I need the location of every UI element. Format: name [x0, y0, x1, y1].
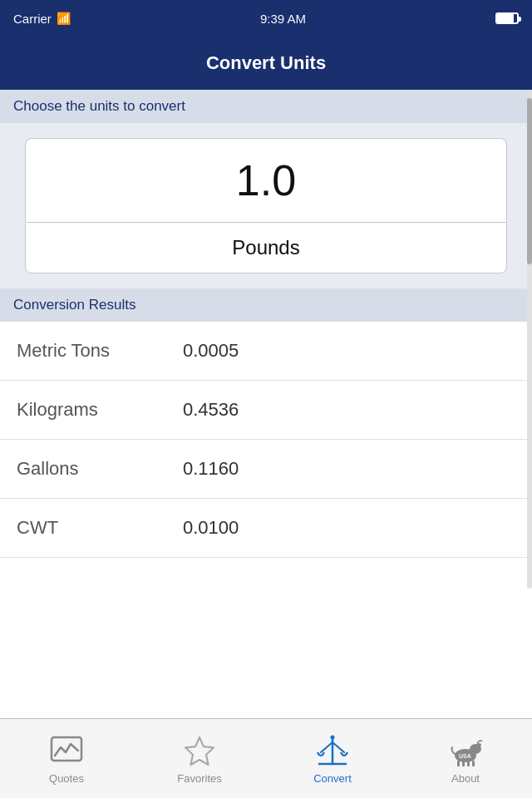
tab-about[interactable]: USA About: [399, 732, 532, 785]
value-display[interactable]: 1.0: [25, 138, 507, 222]
results-section-header: Conversion Results: [0, 288, 532, 322]
tab-convert[interactable]: Convert: [266, 732, 399, 785]
status-left: Carrier 📶: [13, 12, 71, 26]
result-row: CWT 0.0100: [0, 499, 532, 558]
scrollbar[interactable]: [527, 90, 532, 589]
favorites-icon: [181, 732, 218, 769]
results-section: Metric Tons 0.0005 Kilograms 0.4536 Gall…: [0, 322, 532, 558]
result-value-2: 0.1160: [183, 458, 239, 480]
svg-rect-12: [467, 761, 470, 766]
svg-marker-1: [185, 737, 214, 765]
battery-icon: [495, 12, 519, 24]
svg-rect-13: [472, 761, 475, 766]
result-row: Kilograms 0.4536: [0, 381, 532, 440]
svg-line-4: [321, 742, 332, 752]
result-row: Gallons 0.1160: [0, 440, 532, 499]
result-row: Metric Tons 0.0005: [0, 322, 532, 381]
svg-point-6: [331, 736, 335, 740]
result-value-1: 0.4536: [183, 399, 239, 421]
about-icon: USA: [447, 732, 484, 769]
result-label-3: CWT: [17, 517, 183, 539]
svg-rect-10: [457, 761, 460, 766]
scrollbar-thumb[interactable]: [527, 98, 532, 264]
tab-about-label: About: [451, 772, 480, 785]
unit-display[interactable]: Pounds: [25, 222, 507, 273]
nav-bar: Convert Units: [0, 37, 532, 90]
tab-quotes[interactable]: Quotes: [0, 732, 133, 785]
battery-fill: [497, 14, 514, 22]
tab-bar: Quotes Favorites: [0, 718, 532, 798]
status-bar: Carrier 📶 9:39 AM: [0, 0, 532, 37]
svg-text:USA: USA: [459, 753, 471, 759]
input-section: 1.0 Pounds: [0, 123, 532, 288]
tab-convert-label: Convert: [313, 772, 352, 785]
svg-rect-11: [462, 761, 465, 766]
tab-favorites[interactable]: Favorites: [133, 732, 266, 785]
carrier-label: Carrier: [13, 12, 52, 26]
input-section-header: Choose the units to convert: [0, 90, 532, 123]
page-title: Convert Units: [206, 52, 326, 74]
tab-favorites-label: Favorites: [177, 772, 221, 785]
quotes-icon: [48, 732, 85, 769]
result-label-0: Metric Tons: [17, 340, 183, 362]
status-time: 9:39 AM: [260, 12, 306, 26]
result-value-0: 0.0005: [183, 340, 239, 362]
svg-line-5: [332, 742, 344, 752]
svg-point-9: [476, 743, 481, 746]
result-label-1: Kilograms: [17, 399, 183, 421]
wifi-icon: 📶: [57, 12, 71, 25]
convert-icon: [314, 732, 351, 769]
result-label-2: Gallons: [17, 458, 183, 480]
tab-quotes-label: Quotes: [49, 772, 84, 785]
result-value-3: 0.0100: [183, 517, 239, 539]
